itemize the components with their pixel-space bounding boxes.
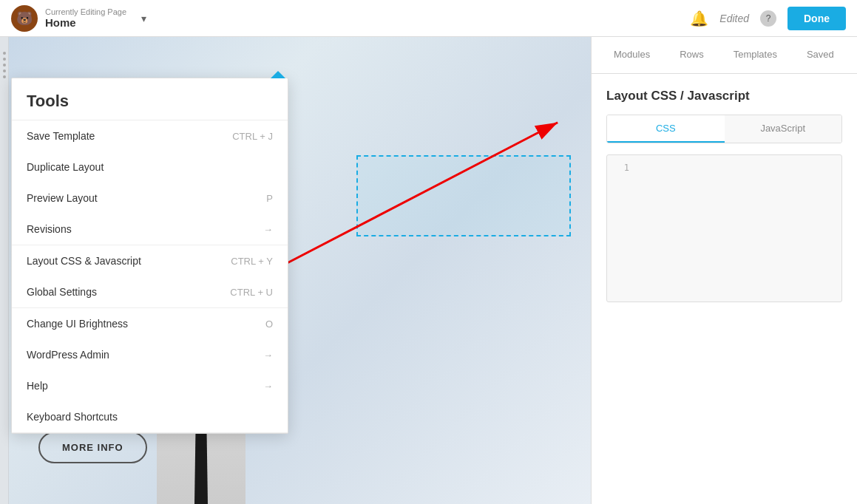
global-settings-shortcut: CTRL + U xyxy=(230,287,273,298)
change-ui-brightness-item[interactable]: Change UI Brightness O xyxy=(12,308,288,339)
code-content[interactable] xyxy=(637,163,834,294)
topbar-right: 🔔 Edited ? Done xyxy=(690,7,846,30)
help-label: Help xyxy=(27,380,48,392)
preview-layout-shortcut: P xyxy=(266,193,273,204)
save-template-shortcut: CTRL + J xyxy=(232,131,273,142)
revisions-shortcut: → xyxy=(263,224,273,235)
layout-css-javascript-item[interactable]: Layout CSS & Javascript CTRL + Y xyxy=(12,245,288,276)
tab-templates[interactable]: Templates xyxy=(719,37,792,73)
global-settings-label: Global Settings xyxy=(27,286,97,298)
global-settings-item[interactable]: Global Settings CTRL + U xyxy=(12,276,288,307)
sidebar-dot xyxy=(3,52,6,55)
revisions-item[interactable]: Revisions → xyxy=(12,214,288,245)
page-info: Currently Editing Page Home xyxy=(45,7,126,29)
left-sidebar xyxy=(0,37,9,504)
wordpress-admin-label: WordPress Admin xyxy=(27,349,109,361)
sidebar-dot xyxy=(3,69,6,72)
selection-box xyxy=(356,155,571,236)
tab-javascript[interactable]: JavaScript xyxy=(725,115,842,143)
duplicate-layout-item[interactable]: Duplicate Layout xyxy=(12,151,288,183)
sidebar-dot xyxy=(3,64,6,67)
wordpress-admin-item[interactable]: WordPress Admin → xyxy=(12,339,288,370)
change-ui-brightness-shortcut: O xyxy=(265,319,273,330)
tools-section-3: Change UI Brightness O WordPress Admin →… xyxy=(12,308,288,433)
wordpress-admin-shortcut: → xyxy=(263,350,273,361)
help-icon[interactable]: ? xyxy=(760,10,776,27)
sidebar-handle xyxy=(3,52,6,78)
more-info-button[interactable]: MORE INFO xyxy=(38,432,147,463)
sidebar-dot xyxy=(3,75,6,78)
tab-css[interactable]: CSS xyxy=(607,115,725,143)
tools-section-2: Layout CSS & Javascript CTRL + Y Global … xyxy=(12,245,288,308)
preview-layout-item[interactable]: Preview Layout P xyxy=(12,183,288,214)
change-ui-brightness-label: Change UI Brightness xyxy=(27,318,128,330)
main-area: MORE INFO Tools Save Template CTRL + J D… xyxy=(0,37,857,504)
tools-section-1: Save Template CTRL + J Duplicate Layout … xyxy=(12,120,288,245)
tab-saved[interactable]: Saved xyxy=(792,37,849,73)
line-numbers: 1 xyxy=(614,163,629,294)
code-editor[interactable]: 1 xyxy=(606,154,842,302)
save-template-item[interactable]: Save Template CTRL + J xyxy=(12,120,288,151)
save-template-label: Save Template xyxy=(27,130,95,142)
panel-tabs: Modules Rows Templates Saved xyxy=(592,37,857,74)
bell-icon[interactable]: 🔔 xyxy=(690,10,708,27)
sidebar-dot xyxy=(3,58,6,61)
keyboard-shortcuts-label: Keyboard Shortcuts xyxy=(27,411,118,423)
preview-layout-label: Preview Layout xyxy=(27,192,98,204)
duplicate-layout-label: Duplicate Layout xyxy=(27,161,104,173)
currently-editing-label: Currently Editing Page xyxy=(45,7,126,16)
done-button[interactable]: Done xyxy=(787,7,846,30)
panel-content: Layout CSS / Javascript CSS JavaScript 1 xyxy=(592,74,857,504)
dropdown-chevron-icon[interactable]: ▾ xyxy=(141,13,146,24)
tools-dropdown: Tools Save Template CTRL + J Duplicate L… xyxy=(11,78,288,434)
layout-css-javascript-label: Layout CSS & Javascript xyxy=(27,255,141,267)
tools-title: Tools xyxy=(12,78,288,120)
revisions-label: Revisions xyxy=(27,223,72,235)
tab-rows[interactable]: Rows xyxy=(665,37,719,73)
tab-modules[interactable]: Modules xyxy=(599,37,665,73)
help-shortcut: → xyxy=(263,381,273,392)
topbar: 🐻 Currently Editing Page Home ▾ 🔔 Edited… xyxy=(0,0,857,37)
panel-title: Layout CSS / Javascript xyxy=(606,89,842,103)
tools-dropdown-triangle xyxy=(271,71,285,78)
css-js-tabs: CSS JavaScript xyxy=(606,115,842,143)
help-item[interactable]: Help → xyxy=(12,370,288,401)
topbar-left: 🐻 Currently Editing Page Home ▾ xyxy=(11,5,690,32)
page-name: Home xyxy=(45,16,126,29)
layout-css-javascript-shortcut: CTRL + Y xyxy=(231,256,273,267)
keyboard-shortcuts-item[interactable]: Keyboard Shortcuts xyxy=(12,401,288,432)
avatar[interactable]: 🐻 xyxy=(11,5,38,32)
right-panel: Modules Rows Templates Saved Layout CSS … xyxy=(591,37,857,504)
edited-label: Edited xyxy=(719,13,749,24)
